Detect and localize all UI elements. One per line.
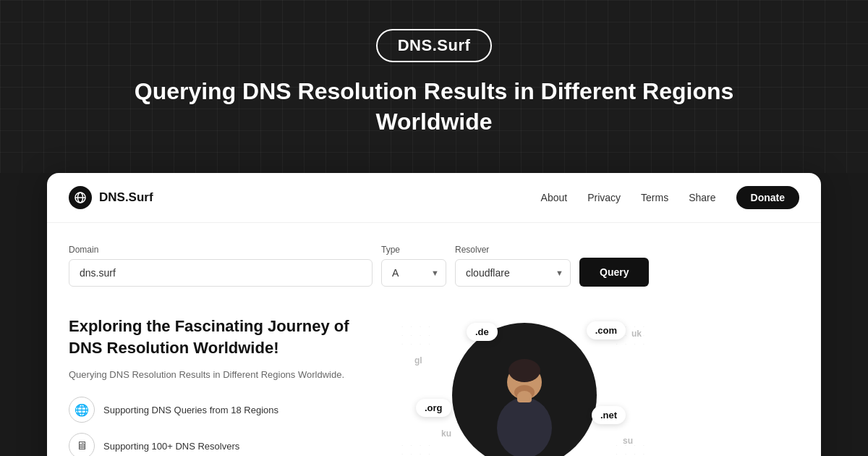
brand-name: DNS.Surf: [99, 190, 153, 205]
content-left: Exploring the Fascinating Journey of DNS…: [69, 316, 358, 456]
hero-title: Querying DNS Resolution Results in Diffe…: [109, 77, 760, 137]
label-su: su: [623, 436, 633, 446]
nav-about[interactable]: About: [541, 192, 568, 203]
type-field-group: Type A AAAA MX TXT NS CNAME ▼: [381, 245, 446, 287]
resolver-label: Resolver: [455, 245, 571, 255]
badge-com: .com: [587, 321, 626, 339]
resolver-field-group: Resolver cloudflare google opendns quad9…: [455, 245, 571, 287]
svg-rect-8: [517, 394, 532, 402]
dns-circle: [452, 323, 597, 456]
dns-illustration: · · · ·· · · ·· · · · · · · ·· · · ·· · …: [401, 316, 647, 456]
globe-icon: 🌐: [69, 397, 95, 423]
brand-icon: [69, 186, 92, 209]
nav-terms[interactable]: Terms: [641, 192, 668, 203]
hero-badge: DNS.Surf: [376, 29, 493, 62]
badge-net: .net: [592, 406, 626, 424]
domain-input[interactable]: [69, 259, 373, 287]
nav-privacy[interactable]: Privacy: [587, 192, 621, 203]
content-subtitle: Querying DNS Resolution Results in Diffe…: [69, 368, 358, 383]
search-row: Domain Type A AAAA MX TXT NS CNAME ▼: [69, 245, 799, 287]
badge-de: .de: [467, 323, 498, 341]
content-section: Exploring the Fascinating Journey of DNS…: [47, 301, 821, 456]
donate-button[interactable]: Donate: [736, 186, 799, 209]
dot-pattern-tl: · · · ·· · · ·· · · ·: [401, 323, 433, 349]
nav-links: About Privacy Terms Share Donate: [541, 186, 799, 209]
svg-point-5: [509, 359, 540, 382]
type-select-wrapper: A AAAA MX TXT NS CNAME ▼: [381, 259, 446, 287]
brand: DNS.Surf: [69, 186, 153, 209]
resolver-select-wrapper: cloudflare google opendns quad9 ▼: [455, 259, 571, 287]
label-uk: uk: [631, 329, 642, 339]
navbar: DNS.Surf About Privacy Terms Share Donat…: [47, 173, 821, 223]
main-card: DNS.Surf About Privacy Terms Share Donat…: [47, 173, 821, 456]
label-gl: gl: [414, 355, 422, 366]
query-button[interactable]: Query: [579, 258, 649, 287]
feature-text-regions: Supporting DNS Queries from 18 Regions: [103, 405, 278, 415]
content-right: · · · ·· · · ·· · · · · · · ·· · · ·· · …: [387, 316, 662, 456]
domain-field-group: Domain: [69, 245, 373, 287]
dot-pattern-bl: · · · ·· · · ·· · · ·: [401, 442, 433, 456]
hero-section: DNS.Surf Querying DNS Resolution Results…: [0, 0, 868, 173]
type-select[interactable]: A AAAA MX TXT NS CNAME: [381, 259, 446, 287]
nav-share[interactable]: Share: [689, 192, 715, 203]
search-section: Domain Type A AAAA MX TXT NS CNAME ▼: [47, 223, 821, 301]
feature-item-resolvers: 🖥 Supporting 100+ DNS Resolvers: [69, 433, 358, 456]
feature-text-resolvers: Supporting 100+ DNS Resolvers: [103, 441, 239, 452]
resolver-select[interactable]: cloudflare google opendns quad9: [455, 259, 571, 287]
domain-label: Domain: [69, 245, 373, 255]
badge-org: .org: [416, 399, 451, 417]
type-label: Type: [381, 245, 446, 255]
feature-item-regions: 🌐 Supporting DNS Queries from 18 Regions: [69, 397, 358, 423]
person-svg: [452, 323, 597, 456]
svg-point-3: [497, 397, 552, 456]
content-title: Exploring the Fascinating Journey of DNS…: [69, 316, 358, 358]
label-ku: ku: [441, 428, 451, 439]
server-icon: 🖥: [69, 433, 95, 456]
